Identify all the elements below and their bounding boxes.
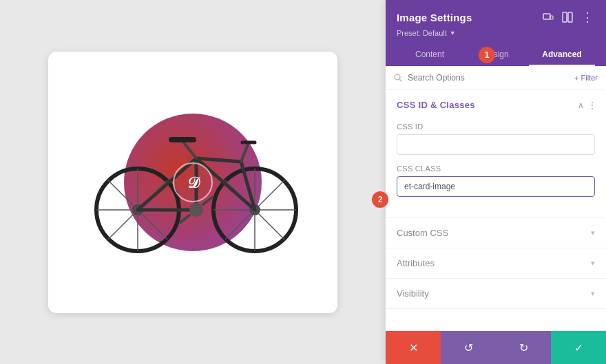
responsive-icon xyxy=(543,12,554,23)
svg-rect-38 xyxy=(568,12,572,22)
image-card: 𝒟 xyxy=(48,52,337,313)
css-id-classes-title: CSS ID & Classes xyxy=(397,100,475,110)
canvas-area: 𝒟 xyxy=(0,0,386,364)
css-class-field-group: CSS Class xyxy=(397,164,595,206)
visibility-section[interactable]: Visibility ▾ xyxy=(386,279,606,309)
svg-rect-37 xyxy=(563,12,567,22)
attributes-section[interactable]: Attributes ▾ xyxy=(386,248,606,279)
tab-content[interactable]: Content xyxy=(397,44,463,66)
visibility-title: Visibility xyxy=(397,288,429,299)
css-id-classes-header[interactable]: CSS ID & Classes ∧ ⋮ xyxy=(386,90,606,120)
visibility-chevron: ▾ xyxy=(591,289,595,298)
svg-rect-36 xyxy=(550,16,553,19)
svg-point-32 xyxy=(189,203,203,217)
step-badge-2: 2 xyxy=(372,191,388,208)
css-id-classes-body: CSS ID CSS Class xyxy=(386,120,606,217)
css-class-label: CSS Class xyxy=(397,164,595,173)
search-icon xyxy=(394,74,402,82)
step-badge-1: 1 xyxy=(479,47,495,63)
svg-rect-35 xyxy=(543,14,550,19)
search-bar: + Filter xyxy=(386,66,606,90)
panel-title: Image Settings xyxy=(397,12,472,23)
preset-arrow: ▼ xyxy=(450,30,456,36)
section-more-icon[interactable]: ⋮ xyxy=(588,100,596,110)
delete-button[interactable]: ✕ xyxy=(386,331,441,364)
tab-advanced[interactable]: Advanced xyxy=(529,44,595,66)
svg-line-33 xyxy=(180,215,189,222)
redo-button[interactable]: ↻ xyxy=(496,331,551,364)
panel-icons: ⋮ xyxy=(541,8,595,26)
search-input[interactable] xyxy=(408,73,569,83)
bottom-toolbar: ✕ ↺ ↻ ✓ xyxy=(386,331,606,364)
undo-button[interactable]: ↺ xyxy=(441,331,496,364)
columns-icon-btn[interactable] xyxy=(561,10,574,24)
collapse-icon[interactable]: ∧ xyxy=(578,100,584,110)
more-options-btn[interactable]: ⋮ xyxy=(580,8,595,26)
css-id-label: CSS ID xyxy=(397,122,595,131)
svg-line-11 xyxy=(138,210,167,239)
responsive-icon-btn[interactable] xyxy=(541,10,555,24)
css-class-input[interactable] xyxy=(397,176,595,197)
css-id-input[interactable] xyxy=(397,134,595,155)
tab-design[interactable]: Design xyxy=(463,44,529,66)
section-header-icons: ∧ ⋮ xyxy=(578,100,596,110)
columns-icon xyxy=(562,12,573,23)
svg-line-19 xyxy=(255,180,284,210)
divi-logo: 𝒟 xyxy=(172,162,213,203)
svg-rect-29 xyxy=(169,137,196,142)
save-button[interactable]: ✓ xyxy=(551,331,606,364)
svg-line-28 xyxy=(182,141,196,158)
panel-content: CSS ID & Classes ∧ ⋮ CSS ID CSS Class xyxy=(386,90,606,364)
svg-text:𝒟: 𝒟 xyxy=(187,174,200,191)
attributes-title: Attributes xyxy=(397,258,435,268)
css-id-field-group: CSS ID xyxy=(397,122,595,164)
attributes-chevron: ▾ xyxy=(591,259,595,268)
settings-panel: Image Settings ⋮ Preset: Defau xyxy=(386,0,606,364)
css-id-classes-section: CSS ID & Classes ∧ ⋮ CSS ID CSS Class xyxy=(386,90,606,218)
panel-tabs: Content Design Advanced xyxy=(397,44,595,66)
svg-line-10 xyxy=(108,210,138,239)
custom-css-chevron: ▾ xyxy=(591,228,595,237)
svg-line-30 xyxy=(241,144,248,162)
svg-line-21 xyxy=(255,210,284,239)
custom-css-section[interactable]: Custom CSS ▾ xyxy=(386,218,606,248)
panel-title-row: Image Settings ⋮ xyxy=(397,8,595,26)
filter-button[interactable]: + Filter xyxy=(574,74,598,82)
svg-line-20 xyxy=(225,210,255,239)
panel-preset: Preset: Default ▼ xyxy=(397,29,595,37)
panel-header: Image Settings ⋮ Preset: Defau xyxy=(386,0,606,66)
custom-css-title: Custom CSS xyxy=(397,228,448,238)
svg-line-8 xyxy=(108,180,138,210)
svg-line-40 xyxy=(399,79,401,81)
